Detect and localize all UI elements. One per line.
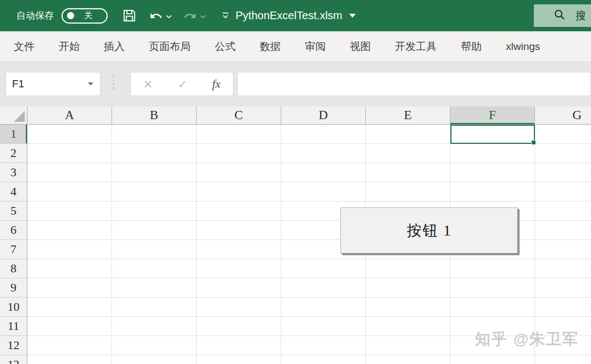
ribbon-tab-3[interactable]: 页面布局 (137, 31, 203, 61)
ribbon-tab-8[interactable]: 开发工具 (383, 31, 449, 61)
autosave-toggle[interactable]: 关 (62, 8, 108, 24)
form-button[interactable]: 按钮 1 (341, 208, 518, 254)
redo-dropdown-icon (200, 11, 206, 21)
cancel-icon[interactable]: ✕ (143, 79, 153, 90)
ribbon-tab-5[interactable]: 数据 (248, 31, 293, 61)
row-header-9[interactable]: 9 (0, 278, 27, 298)
autosave-state: 关 (84, 10, 92, 21)
formula-bar-row: F1 ✕ ✓ fx (0, 62, 591, 107)
formula-input[interactable] (238, 72, 590, 96)
search-box[interactable]: 搜 (534, 4, 591, 27)
row-header-2[interactable]: 2 (0, 144, 27, 163)
formula-actions: ✕ ✓ fx (130, 72, 233, 96)
row-header-13[interactable]: 13 (0, 355, 27, 364)
column-header-D[interactable]: D (281, 107, 366, 125)
window-title[interactable]: PythonExcelTest.xlsm (236, 0, 356, 31)
quick-access-toolbar: 自动保存 关 (0, 8, 230, 24)
row-header-4[interactable]: 4 (0, 182, 27, 201)
row-header-10[interactable]: 10 (0, 298, 27, 317)
row-header-1[interactable]: 1 (0, 125, 27, 144)
undo-dropdown-icon[interactable] (166, 11, 172, 21)
row-header-7[interactable]: 7 (0, 240, 27, 259)
column-header-E[interactable]: E (366, 107, 450, 125)
undo-icon[interactable] (149, 9, 163, 23)
ribbon-tab-4[interactable]: 公式 (203, 31, 248, 61)
autosave-label: 自动保存 (16, 9, 54, 22)
customize-quick-access-icon[interactable] (221, 12, 230, 19)
search-label: 搜 (576, 9, 586, 23)
insert-function-icon[interactable]: fx (212, 77, 220, 91)
title-dropdown-icon (349, 14, 355, 18)
watermark: 知乎 @朱卫军 (475, 329, 579, 350)
ribbon-tab-10[interactable]: xlwings (494, 31, 552, 61)
spreadsheet-grid[interactable]: 按钮 1 知乎 @朱卫军 (27, 125, 591, 364)
column-header-C[interactable]: C (197, 107, 281, 125)
fill-handle[interactable] (531, 140, 536, 145)
ribbon-tab-7[interactable]: 视图 (338, 31, 383, 61)
search-icon (554, 9, 566, 23)
ribbon-tab-0[interactable]: 文件 (2, 31, 47, 61)
selected-cell-outline[interactable] (450, 125, 535, 144)
ribbon-tab-9[interactable]: 帮助 (449, 31, 494, 61)
toggle-knob-icon (67, 12, 74, 19)
column-header-A[interactable]: A (27, 107, 112, 125)
enter-icon[interactable]: ✓ (177, 79, 187, 90)
ribbon-tab-2[interactable]: 插入 (92, 31, 137, 61)
redo-icon (183, 9, 197, 23)
column-header-G[interactable]: G (535, 107, 591, 125)
document-title: PythonExcelTest.xlsm (236, 9, 343, 22)
ribbon-tab-1[interactable]: 开始 (47, 31, 92, 61)
column-header-F[interactable]: F (450, 107, 535, 125)
excel-window: 自动保存 关 (0, 0, 591, 364)
separator-dots-icon (113, 76, 114, 89)
row-header-3[interactable]: 3 (0, 163, 27, 182)
row-header-12[interactable]: 12 (0, 336, 27, 355)
ribbon-tab-6[interactable]: 审阅 (293, 31, 338, 61)
ribbon-tabs: 文件开始插入页面布局公式数据审阅视图开发工具帮助xlwings (0, 31, 591, 62)
form-button-label: 按钮 1 (406, 221, 451, 240)
row-header-6[interactable]: 6 (0, 221, 27, 240)
row-header-11[interactable]: 11 (0, 317, 27, 336)
select-all-corner[interactable] (0, 107, 27, 125)
name-box-dropdown-icon[interactable] (88, 82, 93, 86)
titlebar: 自动保存 关 (0, 0, 591, 31)
column-headers: ABCDEFG (27, 107, 591, 125)
formula-bar[interactable] (237, 72, 591, 96)
select-all-triangle-icon (14, 111, 25, 122)
save-icon[interactable] (122, 8, 137, 23)
row-header-8[interactable]: 8 (0, 259, 27, 278)
name-box-value: F1 (12, 78, 88, 90)
name-box[interactable]: F1 (5, 72, 101, 96)
column-header-B[interactable]: B (112, 107, 197, 125)
row-header-5[interactable]: 5 (0, 201, 27, 221)
row-headers: 12345678910111213 (0, 125, 27, 364)
